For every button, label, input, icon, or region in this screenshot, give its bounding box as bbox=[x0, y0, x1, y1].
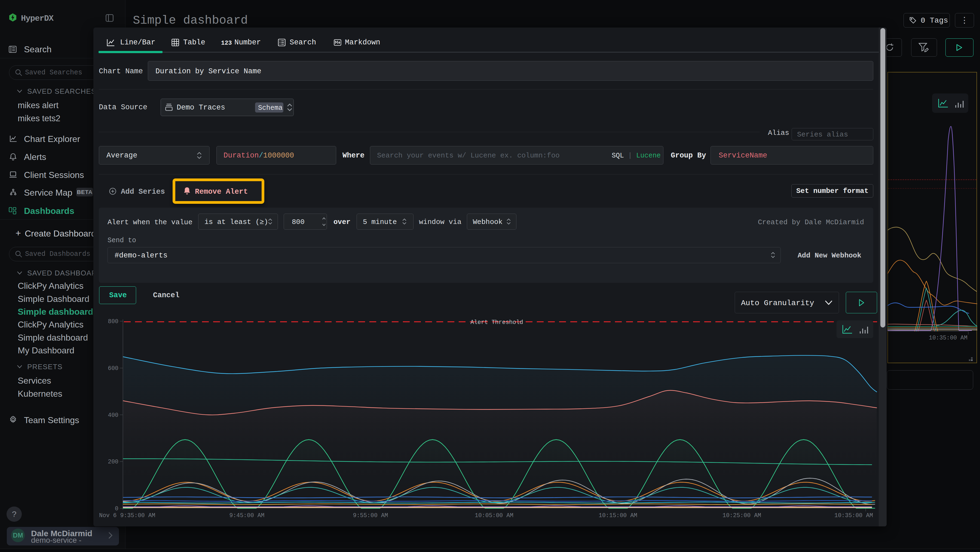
svg-text:400: 400 bbox=[108, 412, 118, 418]
svg-text:9:45:00 AM: 9:45:00 AM bbox=[229, 512, 264, 519]
svg-text:800: 800 bbox=[108, 318, 118, 325]
svg-text:200: 200 bbox=[108, 459, 118, 465]
svg-text:10:35:00 AM: 10:35:00 AM bbox=[929, 335, 967, 341]
svg-text:600: 600 bbox=[108, 365, 118, 372]
svg-text:Nov 6 9:35:00 AM: Nov 6 9:35:00 AM bbox=[99, 512, 155, 519]
svg-text:10:15:00 AM: 10:15:00 AM bbox=[599, 512, 637, 519]
svg-text:10:25:00 AM: 10:25:00 AM bbox=[722, 512, 761, 519]
svg-text:0: 0 bbox=[115, 506, 118, 512]
svg-text:Alert Threshold: Alert Threshold bbox=[470, 319, 523, 325]
svg-text:10:35:00 AM: 10:35:00 AM bbox=[834, 512, 873, 519]
svg-text:10:05:00 AM: 10:05:00 AM bbox=[475, 512, 514, 519]
svg-text:9:55:00 AM: 9:55:00 AM bbox=[353, 512, 388, 519]
